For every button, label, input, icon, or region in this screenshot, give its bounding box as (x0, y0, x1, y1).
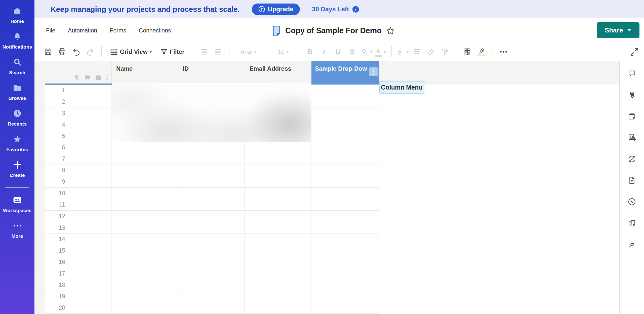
grid-cell[interactable] (311, 107, 379, 119)
row-number[interactable]: 13 (45, 222, 111, 233)
grid-cell[interactable] (178, 233, 245, 245)
table-row[interactable]: 6 (45, 142, 379, 153)
row-number[interactable]: 11 (45, 199, 111, 210)
table-row[interactable]: 11 (45, 199, 379, 211)
row-number[interactable]: 12 (45, 211, 111, 222)
sidebar-item-search[interactable]: Search (0, 57, 34, 75)
print-button[interactable] (55, 45, 69, 59)
row-number[interactable]: 4 (45, 119, 111, 130)
indent-button[interactable] (211, 45, 225, 59)
grid-cell[interactable] (311, 85, 379, 96)
grid-cell[interactable] (311, 130, 379, 142)
sidebar-item-workspaces[interactable]: Workspaces (0, 195, 34, 213)
undo-button[interactable] (69, 45, 83, 59)
filter-button[interactable]: Filter (156, 45, 189, 59)
table-row[interactable]: 12 (45, 211, 379, 222)
fill-color-button[interactable]: ▾ (359, 45, 373, 59)
grid-cell[interactable] (311, 302, 379, 313)
clear-format-button[interactable] (424, 45, 438, 59)
sidebar-item-notifications[interactable]: Notifications (0, 32, 34, 50)
font-family-selector[interactable]: Arial ▾ (233, 45, 264, 59)
table-row[interactable]: 10 (45, 188, 379, 199)
grid-cell[interactable] (111, 188, 178, 199)
more-options-button[interactable]: ••• (497, 45, 511, 59)
expand-sheet-button[interactable] (629, 46, 640, 57)
align-button[interactable]: ▾ (396, 45, 410, 59)
grid-cell[interactable] (111, 222, 178, 233)
sidebar-item-more[interactable]: More (0, 221, 34, 239)
favorite-star-icon[interactable] (386, 26, 395, 35)
grid-cell[interactable] (311, 119, 379, 130)
outdent-button[interactable] (197, 45, 211, 59)
grid-cell[interactable] (311, 142, 379, 153)
table-row[interactable]: 7 (45, 153, 379, 165)
highlight-changes-button[interactable] (474, 45, 489, 59)
grid-cell[interactable] (178, 211, 245, 222)
grid-cell[interactable] (311, 256, 379, 268)
grid-cell[interactable] (311, 233, 379, 245)
grid-cell[interactable] (111, 176, 178, 187)
menu-file[interactable]: File (46, 27, 55, 34)
grid-cell[interactable] (111, 153, 178, 165)
publish-panel-button[interactable] (628, 176, 636, 185)
grid-cell[interactable] (311, 245, 379, 256)
column-header-sample-dropdown[interactable]: Sample Drop-Dow (311, 61, 379, 85)
row-number[interactable]: 8 (45, 165, 111, 176)
menu-connections[interactable]: Connections (139, 27, 171, 34)
row-number[interactable]: 7 (45, 153, 111, 165)
grid-cell[interactable] (245, 291, 311, 302)
grid-cell[interactable] (245, 199, 311, 210)
format-painter-button[interactable] (438, 45, 452, 59)
grid-cell[interactable] (178, 222, 245, 233)
table-row[interactable]: 16 (45, 256, 379, 268)
grid-cell[interactable] (311, 268, 379, 279)
table-row[interactable]: 9 (45, 176, 379, 188)
grid-cell[interactable] (245, 153, 311, 165)
share-button[interactable]: Share (597, 22, 639, 38)
table-row[interactable]: 14 (45, 233, 379, 245)
menu-forms[interactable]: Forms (110, 27, 126, 34)
grid-cell[interactable] (178, 165, 245, 176)
table-row[interactable]: 17 (45, 268, 379, 280)
strikethrough-button[interactable]: S (345, 45, 359, 59)
column-menu-kebab-icon[interactable] (369, 67, 378, 76)
summary-panel-button[interactable] (628, 219, 636, 227)
sheet-title[interactable]: Copy of Sample For Demo (285, 26, 382, 35)
row-number[interactable]: 17 (45, 268, 111, 279)
column-header-name[interactable]: Name (111, 61, 178, 85)
redo-button[interactable] (83, 45, 97, 59)
grid-cell[interactable] (311, 291, 379, 302)
grid-cell[interactable] (245, 302, 311, 313)
grid-cell[interactable] (111, 165, 178, 176)
grid-cell[interactable] (245, 268, 311, 279)
grid-cell[interactable] (111, 302, 178, 313)
grid-cell[interactable] (311, 176, 379, 187)
upgrade-button[interactable]: Upgrade (252, 4, 300, 15)
table-row[interactable]: 15 (45, 245, 379, 257)
view-selector[interactable]: Grid View ▾ (106, 45, 156, 59)
attachments-panel-button[interactable] (628, 91, 636, 99)
row-number[interactable]: 14 (45, 233, 111, 245)
grid-cell[interactable] (111, 256, 178, 268)
grid-cell[interactable] (111, 233, 178, 245)
row-number[interactable]: 3 (45, 107, 111, 119)
grid-cell[interactable] (111, 245, 178, 256)
grid-cell[interactable] (111, 142, 178, 153)
row-number[interactable]: 18 (45, 279, 111, 291)
card-view-button[interactable] (460, 45, 474, 59)
grid-cell[interactable] (178, 256, 245, 268)
grid-cell[interactable] (245, 188, 311, 199)
proofs-panel-button[interactable] (628, 112, 636, 121)
row-number[interactable]: 9 (45, 176, 111, 187)
grid-cell[interactable] (111, 199, 178, 210)
grid-cell[interactable] (178, 199, 245, 210)
grid-cell[interactable] (111, 279, 178, 291)
sidebar-item-favorites[interactable]: Favorites (0, 134, 34, 152)
row-number[interactable]: 16 (45, 256, 111, 268)
grid-cell[interactable] (311, 165, 379, 176)
row-number[interactable]: 20 (45, 302, 111, 313)
grid-cell[interactable] (111, 211, 178, 222)
table-row[interactable]: 20 (45, 302, 379, 314)
underline-button[interactable]: U (331, 45, 345, 59)
grid-cell[interactable] (111, 268, 178, 279)
